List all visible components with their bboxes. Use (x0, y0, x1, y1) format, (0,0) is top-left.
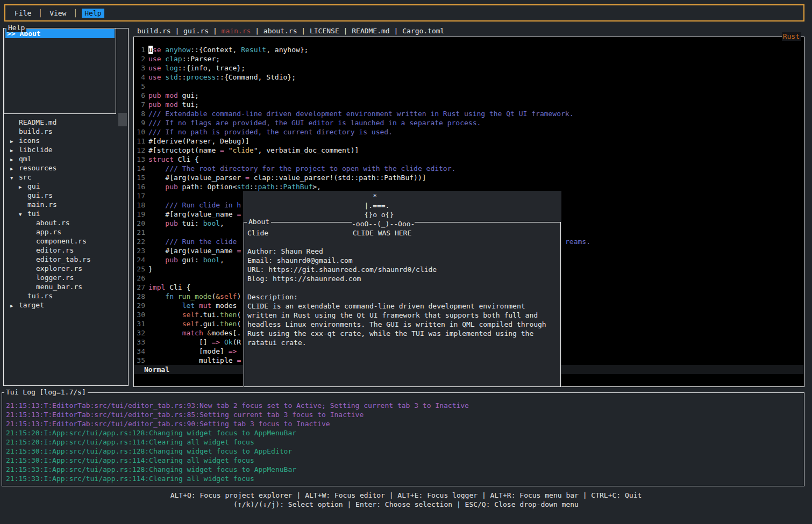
line-number: 27 (136, 283, 145, 292)
tab-build-rs[interactable]: build.rs (137, 27, 171, 35)
code-token (203, 329, 208, 337)
tab-separator: | (339, 27, 352, 35)
code-token: ::{Command, Stdio}; (216, 73, 296, 81)
code-token: = (245, 174, 250, 182)
code-line: 9/// If no flags are provided, the GUI e… (134, 118, 574, 127)
tab-license[interactable]: LICENSE (310, 27, 339, 35)
log-line-info: 21:15:33:I:App:src/tui/app.rs:114:Cleari… (6, 474, 469, 483)
tree-item-about-rs[interactable]: about.rs (4, 218, 128, 227)
code-token: use (148, 64, 161, 72)
tree-item-qml[interactable]: ▶qml (4, 154, 128, 163)
file-tree: README.mdbuild.rs▶icons▶libclide▶qml▶res… (4, 118, 128, 310)
code-token (148, 292, 165, 300)
tree-item-build-rs[interactable]: build.rs (4, 127, 128, 136)
code-token: std (165, 73, 177, 81)
tree-item-logger-rs[interactable]: logger.rs (4, 273, 128, 282)
code-line: 5 (134, 82, 574, 91)
tree-item-target[interactable]: ▶target (4, 300, 128, 310)
line-number: 31 (136, 319, 145, 328)
code-token: log (165, 64, 177, 72)
menu-item-view[interactable]: View (47, 9, 69, 18)
code-line: 12#[structopt(name = "clide", verbatim_d… (134, 146, 574, 155)
tree-item-label: src (19, 173, 31, 181)
code-token: impl (148, 283, 165, 291)
tab-cargo-toml[interactable]: Cargo.toml (402, 27, 444, 35)
code-token: & (216, 292, 220, 300)
code-token: = (237, 210, 241, 218)
line-number: 23 (136, 246, 145, 255)
tab-about-rs[interactable]: about.rs (263, 27, 297, 35)
code-token: process (186, 73, 216, 81)
line-number: 28 (136, 292, 145, 301)
code-token: /// The root directory for the project t… (148, 164, 455, 173)
code-token: let (182, 302, 195, 310)
code-token: path: Option< (178, 183, 237, 191)
code-token: ", verbatim_doc_comment)] (254, 146, 359, 154)
tab-main-rs[interactable]: main.rs (222, 27, 251, 35)
tree-item-main-rs[interactable]: main.rs (4, 200, 128, 209)
code-token: ::{Context, (190, 46, 241, 54)
code-token: std (237, 183, 249, 191)
code-line: 16 pub path: Option<std::path::PathBuf>, (134, 182, 574, 191)
code-token: use (148, 55, 161, 63)
line-number: 3 (136, 63, 145, 73)
tui-log-panel[interactable]: Tui Log [log=1.7/s] 21:15:13:T:EditorTab… (2, 392, 804, 486)
code-token: se (153, 46, 161, 54)
tree-item-component-rs[interactable]: component.rs (4, 236, 128, 246)
code-token (174, 292, 178, 300)
code-token: clap::value_parser!(std::path::PathBuf))… (250, 174, 426, 182)
tree-item-gui-rs[interactable]: gui.rs (4, 191, 128, 200)
code-token: = (220, 146, 224, 154)
code-token: mod (165, 101, 177, 109)
tree-item-tui-rs[interactable]: tui.rs (4, 291, 128, 300)
code-token: /// If no path is provided, the current … (148, 128, 393, 136)
code-token: ( (237, 320, 241, 328)
tab-separator: | (251, 27, 263, 35)
code-token: , anyhow}; (266, 46, 308, 54)
tree-item-icons[interactable]: ▶icons (4, 136, 128, 145)
tree-item-readme-md[interactable]: README.md (4, 118, 128, 127)
code-line: 7pub mod tui; (134, 100, 574, 109)
tree-item-src[interactable]: ▼src (4, 173, 128, 182)
code-token: pub (165, 256, 177, 264)
line-number: 2 (136, 54, 145, 63)
keybinding-line-2: (↑/k)/(↓/j): Select option | Enter: Choo… (0, 500, 812, 509)
code-token: pub (148, 101, 161, 109)
line-number: 11 (136, 137, 145, 146)
code-token: , (220, 256, 224, 264)
log-panel-title: Tui Log [log=1.7/s] (4, 388, 88, 397)
tree-item-gui[interactable]: ▶gui (4, 182, 128, 191)
menu-item-file[interactable]: File (12, 9, 34, 18)
code-token (195, 302, 199, 310)
tree-item-label: editor.rs (36, 246, 74, 254)
tree-item-editor-rs[interactable]: editor.rs (4, 246, 128, 255)
tree-item-menu-bar-rs[interactable]: menu_bar.rs (4, 282, 128, 291)
code-line: 14 /// The root directory for the projec… (134, 164, 574, 173)
tab-gui-rs[interactable]: gui.rs (183, 27, 209, 35)
tree-item-explorer-rs[interactable]: explorer.rs (4, 264, 128, 273)
code-token: #[arg(value_name (148, 210, 237, 218)
code-token (220, 338, 224, 346)
explorer-scrollbar-thumb[interactable] (118, 113, 127, 126)
tab-readme-md[interactable]: README.md (352, 27, 389, 35)
code-token: modes[. (211, 329, 241, 337)
menu-separator: │ (34, 9, 47, 17)
tree-item-editor-tab-rs[interactable]: editor_tab.rs (4, 255, 128, 264)
code-token: pub (165, 183, 177, 191)
tree-item-tui[interactable]: ▼tui (4, 209, 128, 218)
tree-item-resources[interactable]: ▶resources (4, 163, 128, 173)
code-token: Cli { (174, 155, 199, 163)
tab-separator: | (390, 27, 402, 35)
log-lines: 21:15:13:T:EditorTab:src/tui/editor_tab.… (6, 401, 469, 483)
code-fragment-right-of-popup: reams. (565, 237, 590, 246)
code-line: 11#[derive(Parser, Debug)] (134, 137, 574, 146)
menu-item-help[interactable]: Help (82, 9, 104, 18)
language-badge: Rust (782, 32, 801, 41)
tree-item-libclide[interactable]: ▶libclide (4, 145, 128, 154)
log-line-trace: 21:15:13:T:EditorTab:src/tui/editor_tab.… (6, 401, 469, 410)
code-token: >, (312, 183, 321, 191)
code-token: Ok (224, 338, 233, 346)
log-line-info: 21:15:30:I:App:src/tui/app.rs:128:Changi… (6, 447, 469, 456)
tree-item-label: build.rs (19, 127, 53, 135)
tree-item-app-rs[interactable]: app.rs (4, 227, 128, 236)
